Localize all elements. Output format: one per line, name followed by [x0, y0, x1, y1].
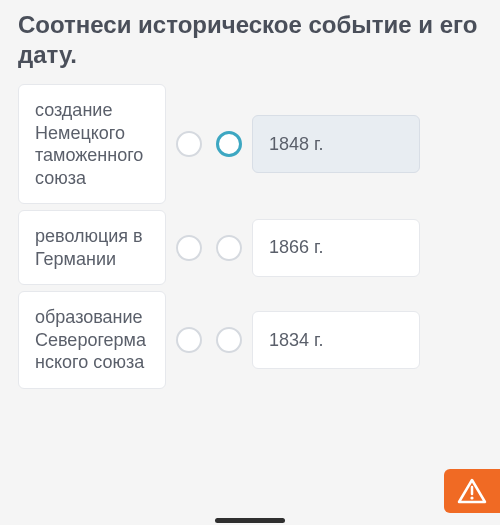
- svg-point-1: [470, 496, 473, 499]
- right-connector-dot[interactable]: [216, 131, 242, 157]
- match-rows: создание Немецкого таможенного союза 184…: [18, 84, 482, 389]
- match-row: революция в Германии 1866 г.: [18, 210, 482, 285]
- left-connector-dot[interactable]: [176, 327, 202, 353]
- match-row: образование Северогерманского союза 1834…: [18, 291, 482, 389]
- event-label: создание Немецкого таможенного союза: [35, 99, 149, 189]
- event-label: революция в Германии: [35, 225, 149, 270]
- event-card[interactable]: образование Северогерманского союза: [18, 291, 166, 389]
- event-card[interactable]: революция в Германии: [18, 210, 166, 285]
- right-connector-dot[interactable]: [216, 327, 242, 353]
- home-indicator: [215, 518, 285, 523]
- left-connector-dot[interactable]: [176, 131, 202, 157]
- connector-group: [166, 131, 252, 157]
- right-connector-dot[interactable]: [216, 235, 242, 261]
- date-label: 1848 г.: [269, 133, 323, 156]
- warning-icon: [457, 478, 487, 504]
- date-card[interactable]: 1866 г.: [252, 219, 420, 277]
- question-title: Соотнеси историческое событие и его дату…: [18, 10, 482, 70]
- date-card[interactable]: 1848 г.: [252, 115, 420, 173]
- match-row: создание Немецкого таможенного союза 184…: [18, 84, 482, 204]
- connector-group: [166, 327, 252, 353]
- warning-badge[interactable]: [444, 469, 500, 513]
- event-label: образование Северогерманского союза: [35, 306, 149, 374]
- date-card[interactable]: 1834 г.: [252, 311, 420, 369]
- connector-group: [166, 235, 252, 261]
- date-label: 1866 г.: [269, 236, 323, 259]
- date-label: 1834 г.: [269, 329, 323, 352]
- left-connector-dot[interactable]: [176, 235, 202, 261]
- quiz-container: Соотнеси историческое событие и его дату…: [0, 0, 500, 389]
- event-card[interactable]: создание Немецкого таможенного союза: [18, 84, 166, 204]
